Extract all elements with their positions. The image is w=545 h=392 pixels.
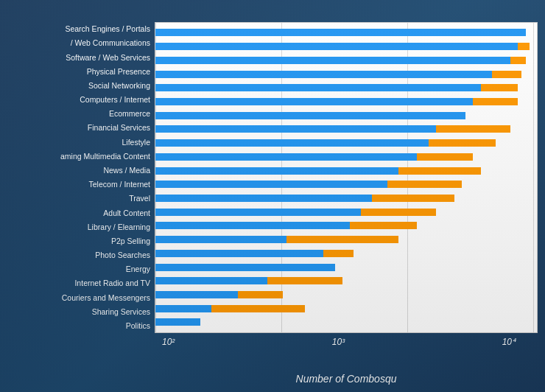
y-label-11: Telecom / Internet [89, 180, 150, 189]
y-label-2: Software / Web Services [66, 53, 150, 63]
y-label-21: Politics [126, 321, 150, 331]
y-label-0: Search Engines / Portals [65, 24, 150, 34]
bar-blue [155, 195, 372, 202]
bar-orange [267, 277, 342, 284]
bar-orange [436, 125, 511, 133]
bar-orange [473, 98, 518, 105]
bar-row [155, 262, 537, 273]
bar-row [155, 248, 537, 259]
y-label-1: / Web Communications [71, 38, 150, 48]
bar-blue [155, 98, 473, 105]
bar-row [155, 124, 537, 134]
bar-blue [155, 264, 335, 271]
bar-row [155, 41, 537, 52]
bar-row [155, 317, 537, 327]
bar-orange [510, 57, 525, 64]
x-tick-1: 10³ [332, 337, 345, 347]
x-axis-area: 10² 10³ 10⁴ Number of Combosqu [155, 333, 538, 392]
bar-blue [155, 43, 518, 50]
y-label-20: Sharing Services [92, 307, 150, 317]
y-axis-labels: Search Engines / Portals / Web Communica… [0, 22, 155, 333]
bar-blue [155, 125, 436, 133]
bar-blue [155, 222, 350, 229]
bar-blue [155, 236, 286, 243]
bar-row [155, 83, 537, 93]
bar-orange [238, 291, 283, 298]
bar-blue [155, 291, 238, 298]
bar-row [155, 138, 537, 148]
bar-row [155, 111, 537, 121]
bar-blue [155, 139, 429, 147]
bar-row [155, 166, 537, 176]
bar-row [155, 276, 537, 286]
x-axis-title: Number of Combosqu [155, 373, 538, 385]
bar-blue [155, 181, 387, 188]
bar-orange [518, 43, 529, 50]
y-label-9: aming Multimedia Content [60, 152, 150, 161]
y-label-4: Social Networking [88, 81, 150, 91]
chart-area [155, 22, 538, 333]
bar-blue [155, 277, 267, 284]
bar-row [155, 97, 537, 107]
y-label-13: Adult Content [103, 209, 150, 218]
y-label-17: Energy [126, 265, 150, 274]
bar-orange [361, 209, 436, 216]
bar-blue [155, 57, 510, 64]
bars-container [155, 23, 537, 332]
y-label-6: Ecommerce [109, 109, 150, 119]
bar-row [155, 27, 537, 38]
bar-orange [429, 139, 496, 147]
bar-row [155, 234, 537, 245]
bar-row [155, 304, 537, 314]
bar-orange [323, 250, 354, 257]
x-tick-2: 10⁴ [502, 337, 516, 347]
bar-blue [155, 250, 323, 257]
x-tick-0: 10² [162, 337, 175, 347]
bar-blue [155, 167, 398, 175]
bar-blue [155, 305, 211, 312]
bar-orange [417, 153, 473, 161]
y-label-7: Financial Services [88, 123, 150, 133]
bar-orange [398, 167, 481, 175]
bar-blue [155, 318, 200, 326]
bar-blue [155, 71, 492, 78]
chart-container: Search Engines / Portals / Web Communica… [0, 0, 545, 392]
bar-blue [155, 209, 361, 216]
bar-row [155, 220, 537, 231]
bar-blue [155, 112, 465, 119]
bar-row [155, 179, 537, 189]
bar-orange [387, 181, 463, 188]
y-label-5: Computers / Internet [80, 95, 150, 105]
y-label-10: News / Media [103, 166, 150, 175]
bar-orange [372, 195, 454, 202]
y-label-12: Travel [129, 194, 150, 203]
bar-orange [286, 236, 398, 243]
y-label-15: P2p Selling [111, 237, 150, 246]
bar-orange [350, 222, 417, 229]
bar-row [155, 193, 537, 203]
bar-row [155, 69, 537, 80]
bar-blue [155, 84, 481, 91]
y-label-19: Couriers and Messengers [62, 293, 150, 303]
y-label-16: Photo Searches [95, 251, 150, 260]
bar-row [155, 290, 537, 300]
y-label-8: Lifestyle [122, 138, 150, 147]
y-label-18: Internet Radio and TV [74, 279, 150, 288]
y-label-3: Physical Presence [87, 67, 150, 77]
y-label-14: Library / Elearning [88, 223, 150, 232]
bar-blue [155, 153, 417, 161]
x-axis-labels: 10² 10³ 10⁴ [155, 337, 538, 347]
bar-row [155, 55, 537, 66]
bar-row [155, 207, 537, 217]
bar-orange [481, 84, 518, 91]
bar-blue [155, 29, 526, 36]
bar-orange [492, 71, 522, 78]
bar-orange [211, 305, 305, 312]
bar-row [155, 152, 537, 162]
